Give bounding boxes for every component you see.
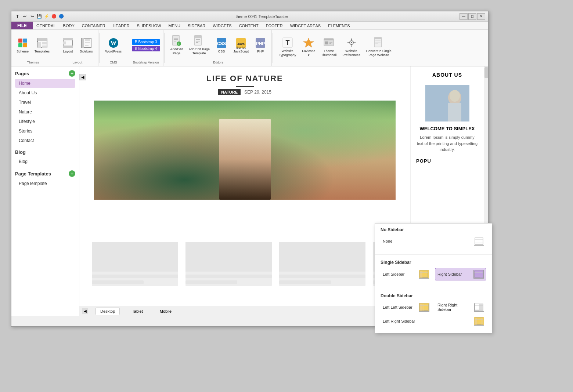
titlebar-left: T ↩ ↪ 💾 ⚡ 🔴 🔵 [14, 14, 64, 19]
sidebars-button[interactable]: Sidebars [78, 36, 95, 55]
add-edit-template-icon [193, 35, 205, 47]
blog-title: Blog [15, 149, 26, 155]
skeleton-img-3 [279, 242, 365, 272]
ribbon-group-tools: T WebsiteTypography Favicons▾ ThemeThumb… [274, 30, 397, 66]
layout-label: Layout [63, 50, 73, 54]
undo-icon[interactable]: ↩ [22, 14, 28, 19]
add-edit-template-label: Add/Edit PageTemplate [189, 47, 210, 55]
sidebar-collapse-button[interactable]: ◀ [79, 74, 86, 80]
skeleton-line-3a [279, 275, 365, 278]
php-button[interactable]: PHP PHP [252, 36, 269, 55]
menu-footer[interactable]: FOOTER [262, 22, 286, 29]
tab-desktop[interactable]: Desktop [96, 308, 120, 315]
sidebars-icon [80, 37, 92, 49]
php-icon: PHP [255, 37, 266, 49]
titlebar: T ↩ ↪ 💾 ⚡ 🔴 🔵 theme-0041-TemplateToaster… [11, 11, 488, 22]
page-item-home[interactable]: Home [15, 79, 75, 88]
skeleton-img-1 [92, 242, 178, 272]
theme-thumbnail-button[interactable]: ThemeThumbnail [319, 35, 339, 59]
save-icon[interactable]: 💾 [36, 14, 42, 19]
left-right-sidebar-label: Left Right Sidebar [383, 319, 415, 323]
minimize-button[interactable]: — [460, 13, 468, 20]
page-item-lifestyle[interactable]: Lifestyle [15, 117, 75, 126]
website-typography-button[interactable]: T WebsiteTypography [277, 35, 298, 59]
double-sidebar-row2: Left Right Sidebar [381, 315, 486, 327]
left-sidebar: Pages + Home About Us Travel Nature Life… [11, 66, 79, 316]
svg-rect-16 [85, 42, 90, 43]
ribbon-items-cms: W WordPress [103, 31, 124, 59]
skeleton-card-2 [185, 242, 272, 286]
page-item-pagetemplate[interactable]: PageTemplate [15, 179, 75, 188]
skeleton-card-3 [279, 242, 365, 286]
panel-divider-2 [375, 288, 492, 288]
post-divider [236, 86, 254, 87]
right-sidebar-option[interactable]: Right Sidebar [435, 268, 486, 280]
scheme-label: Scheme [17, 50, 29, 54]
menu-widgets[interactable]: WIDGETS [209, 22, 235, 29]
menu-body[interactable]: BODY [60, 22, 78, 29]
right-right-sidebar-option[interactable]: Right Right Sidebar [435, 301, 486, 313]
svg-text:+: + [178, 42, 180, 46]
none-option[interactable]: None [381, 235, 486, 247]
left-sidebar-option[interactable]: Left Sidebar [381, 268, 431, 280]
svg-rect-70 [422, 304, 424, 311]
bolt-icon[interactable]: ⚡ [44, 14, 50, 19]
scroll-left-button[interactable]: ◀ [82, 308, 88, 314]
close-button[interactable]: × [477, 13, 485, 20]
scheme-button[interactable]: Scheme [14, 36, 31, 55]
bootstrap-buttons: B Bootstrap 3 B Bootstrap 4 [132, 39, 160, 51]
bootstrap4-button[interactable]: B Bootstrap 4 [132, 46, 160, 51]
page-templates-header: Page Templates + [15, 170, 75, 177]
warning-icon[interactable]: 🔴 [51, 14, 57, 19]
ribbon-items-tools: T WebsiteTypography Favicons▾ ThemeThumb… [277, 31, 394, 63]
add-edit-template-button[interactable]: Add/Edit PageTemplate [187, 33, 212, 57]
left-left-sidebar-option[interactable]: Left Left Sidebar [381, 301, 432, 313]
css-button[interactable]: CSS CSS [213, 36, 230, 55]
menu-elements[interactable]: ELEMENTS [324, 22, 353, 29]
convert-single-page-button[interactable]: Convert to SinglePage Website [364, 35, 394, 59]
menu-menu[interactable]: MENU [165, 22, 184, 29]
page-item-travel[interactable]: Travel [15, 98, 75, 107]
javascript-button[interactable]: JavaScript JavaScript [231, 36, 251, 55]
add-edit-page-button[interactable]: + Add/EditPage [168, 33, 185, 57]
sidebar-layout-panel: No Sidebar None Single Sidebar Left Side… [375, 223, 492, 333]
templates-button[interactable]: Templates [32, 36, 52, 55]
menu-file[interactable]: FILE [11, 22, 33, 29]
website-preferences-icon [346, 37, 357, 48]
redo-icon[interactable]: ↪ [29, 14, 35, 19]
wordpress-icon[interactable]: 🔵 [58, 14, 64, 19]
layout-button[interactable]: Layout [60, 36, 76, 55]
favicons-button[interactable]: Favicons▾ [300, 35, 317, 59]
left-right-sidebar-icon [474, 317, 484, 326]
maximize-button[interactable]: □ [468, 13, 476, 20]
menu-content[interactable]: CONTENT [235, 22, 262, 29]
page-templates-section: Page Templates + PageTemplate [15, 170, 75, 188]
page-item-about-us[interactable]: About Us [15, 88, 75, 97]
tab-mobile[interactable]: Mobile [155, 308, 176, 315]
bootstrap3-button[interactable]: B Bootstrap 3 [132, 39, 160, 45]
tab-tablet[interactable]: Tablet [127, 308, 147, 315]
double-sidebar-title: Double Sidebar [381, 293, 486, 298]
add-page-button[interactable]: + [69, 70, 75, 77]
css-icon: CSS [216, 37, 227, 49]
menu-general[interactable]: GENERAL [33, 22, 60, 29]
svg-rect-65 [480, 271, 483, 277]
page-item-nature[interactable]: Nature [15, 108, 75, 116]
menu-slideshow[interactable]: SLIDESHOW [133, 22, 165, 29]
left-right-sidebar-option[interactable]: Left Right Sidebar [381, 315, 486, 327]
scroll-thumb[interactable] [484, 67, 488, 78]
menu-sidebar[interactable]: SIDEBAR [184, 22, 209, 29]
page-item-contact[interactable]: Contact [15, 136, 75, 145]
website-preferences-button[interactable]: WebsitePreferences [340, 35, 363, 59]
menu-container[interactable]: CONTAINER [78, 22, 109, 29]
layout-icon [62, 37, 74, 49]
font-icon[interactable]: T [14, 14, 20, 19]
wordpress-button[interactable]: W WordPress [103, 36, 124, 55]
menu-header[interactable]: HEADER [109, 22, 133, 29]
menu-widget-areas[interactable]: WIDGET AREAS [286, 22, 325, 29]
add-template-button[interactable]: + [69, 170, 75, 177]
page-item-blog[interactable]: Blog [15, 157, 75, 166]
blog-section: Blog Blog [15, 149, 75, 166]
page-item-stories[interactable]: Stories [15, 127, 75, 135]
single-sidebar-row: Left Sidebar Right Sidebar [381, 268, 486, 280]
